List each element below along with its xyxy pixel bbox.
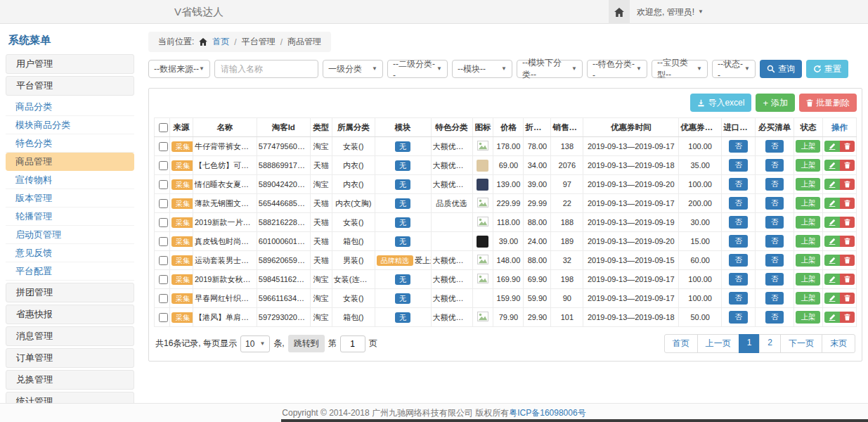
select-all-checkbox[interactable]: [159, 123, 168, 132]
edit-button[interactable]: [824, 274, 840, 285]
sidebar-item-订单管理[interactable]: 订单管理: [6, 348, 134, 368]
edit-button[interactable]: [824, 217, 840, 228]
import-excel-button[interactable]: 导入excel: [690, 94, 751, 112]
sidebar-subitem-商品管理[interactable]: 商品管理: [6, 153, 134, 171]
delete-button[interactable]: [840, 198, 855, 209]
filter-select-5[interactable]: --模块下分类--▼: [517, 60, 583, 78]
sidebar-subitem-商品分类[interactable]: 商品分类: [6, 98, 134, 116]
edit-button[interactable]: [824, 255, 840, 266]
user-menu[interactable]: 欢迎您, 管理员! ▼: [637, 0, 704, 24]
must-buy-toggle[interactable]: 否: [765, 197, 784, 210]
add-button[interactable]: + 添加: [756, 94, 795, 112]
row-checkbox[interactable]: [159, 275, 168, 284]
row-checkbox[interactable]: [159, 142, 168, 151]
must-buy-toggle[interactable]: 否: [765, 159, 784, 172]
delete-button[interactable]: [840, 141, 855, 152]
must-buy-toggle[interactable]: 否: [765, 235, 784, 248]
sidebar-item-消息管理[interactable]: 消息管理: [6, 326, 134, 346]
page-button-上一页[interactable]: 上一页: [697, 334, 739, 353]
sidebar-item-拼团管理[interactable]: 拼团管理: [6, 283, 134, 302]
import-select-toggle[interactable]: 否: [729, 292, 748, 305]
must-buy-toggle[interactable]: 否: [765, 140, 784, 153]
edit-button[interactable]: [824, 160, 840, 171]
status-badge[interactable]: 上架: [796, 197, 820, 210]
edit-button[interactable]: [824, 293, 840, 304]
home-button[interactable]: [609, 0, 630, 24]
import-select-toggle[interactable]: 否: [729, 235, 748, 248]
sidebar-item-用户管理[interactable]: 用户管理: [6, 54, 134, 74]
must-buy-toggle[interactable]: 否: [765, 292, 784, 305]
delete-button[interactable]: [840, 255, 855, 266]
sidebar-subitem-轮播管理[interactable]: 轮播管理: [6, 207, 134, 226]
status-badge[interactable]: 上架: [796, 254, 820, 267]
sidebar-subitem-特色分类[interactable]: 特色分类: [6, 134, 134, 153]
icp-link[interactable]: 粤ICP备16098006号: [509, 407, 585, 419]
status-badge[interactable]: 上架: [796, 178, 820, 191]
must-buy-toggle[interactable]: 否: [765, 216, 784, 229]
per-page-select[interactable]: 10 ▼: [240, 335, 270, 352]
status-badge[interactable]: 上架: [796, 292, 820, 305]
sidebar-item-兑换管理[interactable]: 兑换管理: [6, 370, 134, 390]
jump-page-input[interactable]: [340, 335, 365, 352]
edit-button[interactable]: [824, 141, 840, 152]
name-search-input[interactable]: [214, 60, 318, 78]
search-button[interactable]: 查询: [760, 60, 802, 78]
import-select-toggle[interactable]: 否: [729, 254, 748, 267]
filter-select-6[interactable]: --特色分类--▼: [587, 60, 647, 78]
page-button-首页[interactable]: 首页: [664, 334, 698, 353]
sidebar-subitem-意见反馈[interactable]: 意见反馈: [6, 244, 134, 262]
edit-button[interactable]: [824, 312, 840, 323]
sidebar-subitem-启动页管理[interactable]: 启动页管理: [6, 226, 134, 244]
delete-button[interactable]: [840, 293, 855, 304]
delete-button[interactable]: [840, 236, 855, 247]
import-select-toggle[interactable]: 否: [729, 216, 748, 229]
batch-delete-button[interactable]: 批量删除: [799, 94, 857, 112]
page-button-1[interactable]: 1: [739, 334, 760, 353]
edit-button[interactable]: [824, 179, 840, 190]
must-buy-toggle[interactable]: 否: [765, 311, 784, 324]
must-buy-toggle[interactable]: 否: [765, 178, 784, 191]
status-badge[interactable]: 上架: [796, 311, 820, 324]
sidebar-item-平台管理[interactable]: 平台管理: [6, 76, 134, 96]
horizontal-scrollbar[interactable]: [281, 419, 868, 422]
delete-button[interactable]: [840, 160, 855, 171]
row-checkbox[interactable]: [159, 180, 168, 189]
page-button-末页[interactable]: 末页: [822, 334, 855, 353]
reset-button[interactable]: 重置: [806, 60, 848, 78]
delete-button[interactable]: [840, 179, 855, 190]
import-select-toggle[interactable]: 否: [729, 140, 748, 153]
filter-select-8[interactable]: --状态--▼: [712, 60, 756, 78]
filter-select-7[interactable]: --宝贝类型--▼: [652, 60, 708, 78]
status-badge[interactable]: 上架: [796, 273, 820, 286]
row-checkbox[interactable]: [159, 294, 168, 303]
sidebar-item-省惠快报[interactable]: 省惠快报: [6, 305, 134, 324]
sidebar-subitem-宣传物料[interactable]: 宣传物料: [6, 171, 134, 189]
status-badge[interactable]: 上架: [796, 216, 820, 229]
delete-button[interactable]: [840, 274, 855, 285]
edit-button[interactable]: [824, 236, 840, 247]
sidebar-item-统计管理[interactable]: 统计管理: [6, 392, 134, 403]
import-select-toggle[interactable]: 否: [729, 159, 748, 172]
delete-button[interactable]: [840, 217, 855, 228]
edit-button[interactable]: [824, 198, 840, 209]
jump-button[interactable]: 跳转到: [288, 335, 325, 352]
status-badge[interactable]: 上架: [796, 140, 820, 153]
status-badge[interactable]: 上架: [796, 235, 820, 248]
must-buy-toggle[interactable]: 否: [765, 273, 784, 286]
sidebar-subitem-版本管理[interactable]: 版本管理: [6, 189, 134, 207]
row-checkbox[interactable]: [159, 199, 168, 208]
import-select-toggle[interactable]: 否: [729, 273, 748, 286]
row-checkbox[interactable]: [159, 161, 168, 170]
sidebar-subitem-模块商品分类[interactable]: 模块商品分类: [6, 116, 134, 134]
filter-select-4[interactable]: --模块--▼: [452, 60, 512, 78]
delete-button[interactable]: [840, 312, 855, 323]
filter-select-0[interactable]: --数据来源--▼: [148, 60, 210, 78]
breadcrumb-home-link[interactable]: 首页: [212, 36, 229, 48]
page-button-2[interactable]: 2: [759, 334, 781, 353]
row-checkbox[interactable]: [159, 218, 168, 227]
page-button-下一页[interactable]: 下一页: [780, 334, 822, 353]
import-select-toggle[interactable]: 否: [729, 178, 748, 191]
status-badge[interactable]: 上架: [796, 159, 820, 172]
sidebar-subitem-平台配置[interactable]: 平台配置: [6, 262, 134, 281]
filter-select-2[interactable]: 一级分类▼: [323, 60, 383, 78]
